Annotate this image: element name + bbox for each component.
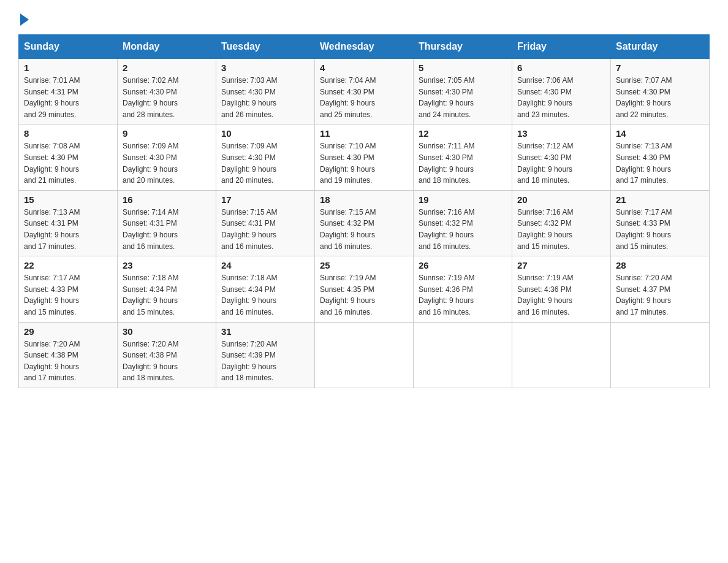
calendar-cell: 11Sunrise: 7:10 AMSunset: 4:30 PMDayligh…: [315, 124, 414, 190]
day-number: 12: [419, 128, 507, 139]
day-detail: Sunrise: 7:19 AMSunset: 4:36 PMDaylight:…: [419, 272, 507, 318]
day-detail: Sunrise: 7:20 AMSunset: 4:38 PMDaylight:…: [24, 339, 112, 384]
day-number: 6: [517, 63, 605, 73]
day-number: 10: [221, 128, 309, 139]
calendar-cell: 30Sunrise: 7:20 AMSunset: 4:38 PMDayligh…: [118, 322, 216, 388]
calendar-cell: 27Sunrise: 7:19 AMSunset: 4:36 PMDayligh…: [512, 256, 611, 322]
day-detail: Sunrise: 7:20 AMSunset: 4:38 PMDaylight:…: [123, 339, 211, 384]
calendar-cell: 19Sunrise: 7:16 AMSunset: 4:32 PMDayligh…: [414, 190, 512, 256]
calendar-cell: 15Sunrise: 7:13 AMSunset: 4:31 PMDayligh…: [19, 190, 118, 256]
calendar-cell: 31Sunrise: 7:20 AMSunset: 4:39 PMDayligh…: [216, 322, 315, 388]
calendar-cell: 3Sunrise: 7:03 AMSunset: 4:30 PMDaylight…: [216, 59, 315, 124]
day-number: 18: [320, 194, 408, 205]
day-number: 31: [221, 326, 309, 337]
calendar-cell: 8Sunrise: 7:08 AMSunset: 4:30 PMDaylight…: [19, 124, 118, 190]
page-header: [18, 12, 710, 23]
day-detail: Sunrise: 7:09 AMSunset: 4:30 PMDaylight:…: [123, 140, 211, 186]
day-detail: Sunrise: 7:06 AMSunset: 4:30 PMDaylight:…: [517, 75, 605, 120]
calendar-week-row: 22Sunrise: 7:17 AMSunset: 4:33 PMDayligh…: [19, 256, 710, 322]
logo-arrow-icon: [20, 13, 29, 26]
day-detail: Sunrise: 7:02 AMSunset: 4:30 PMDaylight:…: [123, 75, 211, 120]
day-detail: Sunrise: 7:07 AMSunset: 4:30 PMDaylight:…: [616, 75, 704, 120]
day-detail: Sunrise: 7:08 AMSunset: 4:30 PMDaylight:…: [24, 140, 112, 186]
day-detail: Sunrise: 7:13 AMSunset: 4:31 PMDaylight:…: [24, 207, 112, 252]
logo: [18, 12, 29, 23]
day-detail: Sunrise: 7:09 AMSunset: 4:30 PMDaylight:…: [221, 140, 309, 186]
calendar-cell: 9Sunrise: 7:09 AMSunset: 4:30 PMDaylight…: [118, 124, 216, 190]
day-detail: Sunrise: 7:16 AMSunset: 4:32 PMDaylight:…: [517, 207, 605, 252]
day-number: 23: [123, 260, 211, 270]
calendar-cell: 14Sunrise: 7:13 AMSunset: 4:30 PMDayligh…: [611, 124, 710, 190]
day-number: 27: [517, 260, 605, 270]
calendar-cell: [512, 322, 611, 388]
day-detail: Sunrise: 7:05 AMSunset: 4:30 PMDaylight:…: [419, 75, 507, 120]
calendar-cell: 2Sunrise: 7:02 AMSunset: 4:30 PMDaylight…: [118, 59, 216, 124]
day-number: 22: [24, 260, 112, 270]
calendar-cell: 7Sunrise: 7:07 AMSunset: 4:30 PMDaylight…: [611, 59, 710, 124]
column-header-tuesday: Tuesday: [216, 35, 315, 59]
day-detail: Sunrise: 7:13 AMSunset: 4:30 PMDaylight:…: [616, 140, 704, 186]
calendar-week-row: 8Sunrise: 7:08 AMSunset: 4:30 PMDaylight…: [19, 124, 710, 190]
calendar-cell: 25Sunrise: 7:19 AMSunset: 4:35 PMDayligh…: [315, 256, 414, 322]
day-number: 13: [517, 128, 605, 139]
calendar-cell: [611, 322, 710, 388]
day-number: 21: [616, 194, 704, 205]
calendar-cell: 21Sunrise: 7:17 AMSunset: 4:33 PMDayligh…: [611, 190, 710, 256]
column-header-friday: Friday: [512, 35, 611, 59]
day-detail: Sunrise: 7:16 AMSunset: 4:32 PMDaylight:…: [419, 207, 507, 252]
calendar-cell: 5Sunrise: 7:05 AMSunset: 4:30 PMDaylight…: [414, 59, 512, 124]
calendar-cell: 26Sunrise: 7:19 AMSunset: 4:36 PMDayligh…: [414, 256, 512, 322]
calendar-cell: 28Sunrise: 7:20 AMSunset: 4:37 PMDayligh…: [611, 256, 710, 322]
column-header-saturday: Saturday: [611, 35, 710, 59]
day-number: 24: [221, 260, 309, 270]
day-detail: Sunrise: 7:17 AMSunset: 4:33 PMDaylight:…: [616, 207, 704, 252]
day-number: 14: [616, 128, 704, 139]
day-detail: Sunrise: 7:20 AMSunset: 4:37 PMDaylight:…: [616, 272, 704, 318]
day-number: 11: [320, 128, 408, 139]
calendar-cell: 10Sunrise: 7:09 AMSunset: 4:30 PMDayligh…: [216, 124, 315, 190]
calendar-cell: 16Sunrise: 7:14 AMSunset: 4:31 PMDayligh…: [118, 190, 216, 256]
day-number: 8: [24, 128, 112, 139]
day-detail: Sunrise: 7:18 AMSunset: 4:34 PMDaylight:…: [123, 272, 211, 318]
day-detail: Sunrise: 7:19 AMSunset: 4:36 PMDaylight:…: [517, 272, 605, 318]
calendar-cell: 22Sunrise: 7:17 AMSunset: 4:33 PMDayligh…: [19, 256, 118, 322]
day-number: 20: [517, 194, 605, 205]
day-number: 7: [616, 63, 704, 73]
calendar-cell: [414, 322, 512, 388]
calendar-cell: 20Sunrise: 7:16 AMSunset: 4:32 PMDayligh…: [512, 190, 611, 256]
calendar-cell: 13Sunrise: 7:12 AMSunset: 4:30 PMDayligh…: [512, 124, 611, 190]
day-number: 5: [419, 63, 507, 73]
column-header-thursday: Thursday: [414, 35, 512, 59]
column-header-sunday: Sunday: [19, 35, 118, 59]
day-number: 16: [123, 194, 211, 205]
calendar-cell: 24Sunrise: 7:18 AMSunset: 4:34 PMDayligh…: [216, 256, 315, 322]
day-detail: Sunrise: 7:12 AMSunset: 4:30 PMDaylight:…: [517, 140, 605, 186]
column-header-wednesday: Wednesday: [315, 35, 414, 59]
day-number: 3: [221, 63, 309, 73]
day-number: 1: [24, 63, 112, 73]
day-number: 15: [24, 194, 112, 205]
day-detail: Sunrise: 7:18 AMSunset: 4:34 PMDaylight:…: [221, 272, 309, 318]
calendar-week-row: 29Sunrise: 7:20 AMSunset: 4:38 PMDayligh…: [19, 322, 710, 388]
calendar-cell: [315, 322, 414, 388]
day-number: 30: [123, 326, 211, 337]
day-detail: Sunrise: 7:17 AMSunset: 4:33 PMDaylight:…: [24, 272, 112, 318]
calendar-header-row: SundayMondayTuesdayWednesdayThursdayFrid…: [19, 35, 710, 59]
calendar-cell: 17Sunrise: 7:15 AMSunset: 4:31 PMDayligh…: [216, 190, 315, 256]
day-detail: Sunrise: 7:10 AMSunset: 4:30 PMDaylight:…: [320, 140, 408, 186]
day-detail: Sunrise: 7:19 AMSunset: 4:35 PMDaylight:…: [320, 272, 408, 318]
calendar-cell: 12Sunrise: 7:11 AMSunset: 4:30 PMDayligh…: [414, 124, 512, 190]
calendar-cell: 23Sunrise: 7:18 AMSunset: 4:34 PMDayligh…: [118, 256, 216, 322]
calendar-week-row: 15Sunrise: 7:13 AMSunset: 4:31 PMDayligh…: [19, 190, 710, 256]
calendar-cell: 1Sunrise: 7:01 AMSunset: 4:31 PMDaylight…: [19, 59, 118, 124]
day-detail: Sunrise: 7:01 AMSunset: 4:31 PMDaylight:…: [24, 75, 112, 120]
day-detail: Sunrise: 7:20 AMSunset: 4:39 PMDaylight:…: [221, 339, 309, 384]
day-number: 2: [123, 63, 211, 73]
day-number: 28: [616, 260, 704, 270]
day-number: 25: [320, 260, 408, 270]
day-number: 19: [419, 194, 507, 205]
day-detail: Sunrise: 7:03 AMSunset: 4:30 PMDaylight:…: [221, 75, 309, 120]
day-detail: Sunrise: 7:15 AMSunset: 4:32 PMDaylight:…: [320, 207, 408, 252]
day-number: 26: [419, 260, 507, 270]
day-number: 4: [320, 63, 408, 73]
